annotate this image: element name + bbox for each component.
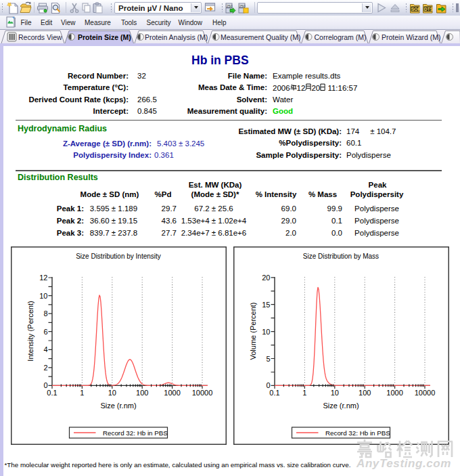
svg-text:5: 5 xyxy=(266,355,270,363)
svg-text:10: 10 xyxy=(108,389,116,397)
svg-text:10000: 10000 xyxy=(192,389,213,397)
svg-text:10000: 10000 xyxy=(414,389,435,397)
svg-text:DTS: DTS xyxy=(424,7,434,12)
svg-text:Intensity (Percent): Intensity (Percent) xyxy=(26,301,34,361)
svg-text:Size (r.nm): Size (r.nm) xyxy=(100,402,136,410)
svg-text:Volume (Percent): Volume (Percent) xyxy=(249,303,257,360)
svg-text:20: 20 xyxy=(262,274,270,282)
svg-text:Measurement Quality (M): Measurement Quality (M) xyxy=(221,33,300,41)
svg-text:SOP: SOP xyxy=(411,7,421,12)
svg-text:250: 250 xyxy=(227,4,233,8)
svg-text:10: 10 xyxy=(330,389,338,397)
svg-text:0.1: 0.1 xyxy=(47,389,57,397)
svg-text:4: 4 xyxy=(43,345,47,353)
svg-text:1000: 1000 xyxy=(386,389,402,397)
svg-text:Record 32: Hb in PBS: Record 32: Hb in PBS xyxy=(325,429,390,437)
svg-text:Size Distribution by Intensity: Size Distribution by Intensity xyxy=(76,253,161,260)
svg-text:8: 8 xyxy=(43,309,47,318)
svg-text:12: 12 xyxy=(39,274,47,282)
svg-text:Size (r.nm): Size (r.nm) xyxy=(323,402,359,410)
svg-text:Correlogram (M): Correlogram (M) xyxy=(315,33,367,41)
svg-text:1000: 1000 xyxy=(164,389,180,397)
svg-text:250: 250 xyxy=(239,4,246,8)
svg-text:Records View: Records View xyxy=(18,33,62,41)
svg-text:10: 10 xyxy=(262,328,270,336)
svg-text:6: 6 xyxy=(43,328,47,336)
svg-text:15: 15 xyxy=(262,301,270,309)
svg-text:0.1: 0.1 xyxy=(269,389,279,397)
svg-text:10: 10 xyxy=(39,292,47,300)
svg-text:Protein Wizard (M): Protein Wizard (M) xyxy=(382,33,441,41)
svg-text:Protein Analysis (M): Protein Analysis (M) xyxy=(145,33,208,41)
svg-text:100: 100 xyxy=(359,389,371,397)
svg-text:Protein Size (M): Protein Size (M) xyxy=(78,33,131,41)
svg-text:100: 100 xyxy=(136,389,148,397)
svg-text:Record 32: Hb in PBS: Record 32: Hb in PBS xyxy=(103,429,168,437)
svg-text:1: 1 xyxy=(80,389,84,397)
svg-text:1: 1 xyxy=(302,389,306,397)
svg-text:2: 2 xyxy=(43,364,47,372)
svg-text:Size Distribution by Mass: Size Distribution by Mass xyxy=(302,253,378,260)
